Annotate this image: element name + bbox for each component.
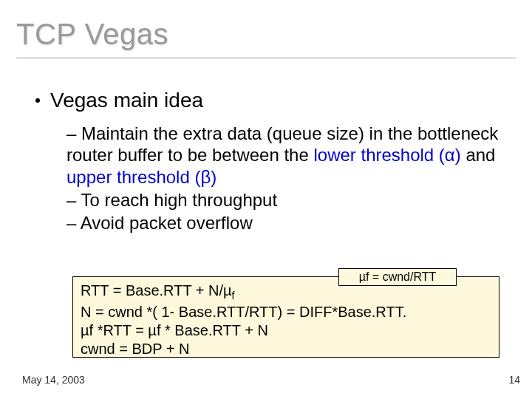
sub-bullets: – Maintain the extra data (queue size) i… [66,123,502,235]
lower-threshold-label: lower threshold (α) [313,145,460,165]
formula-line-4: cwnd = BDP + N [81,340,491,358]
footer-date: May 14, 2003 [22,374,85,386]
slide: TCP Vegas Vegas main idea – Maintain the… [0,0,532,399]
formula-line-3: µf *RTT = µf * Base.RTT + N [81,321,491,340]
main-bullet: Vegas main idea [35,89,203,112]
title-underline [16,58,516,58]
sub-bullet-1: – Maintain the extra data (queue size) i… [66,123,502,188]
main-bullet-text: Vegas main idea [50,89,203,112]
page-number: 14 [508,374,520,386]
formula-l1-sub: f [232,290,235,301]
sub-bullet-3: – Avoid packet overflow [66,212,502,233]
sub1-mid: and [461,145,496,165]
sub-bullet-2: – To reach high throughput [66,189,502,211]
bullet-dot-icon [35,98,40,103]
callout-box: µf = cwnd/RTT [338,268,457,286]
formula-box: RTT = Base.RTT + N/µf N = cwnd *( 1- Bas… [72,276,499,358]
formula-line-2: N = cwnd *( 1- Base.RTT/RTT) = DIFF*Base… [81,303,491,321]
formula-l1a: RTT = Base.RTT + N/µ [81,282,232,299]
upper-threshold-label: upper threshold (β) [66,167,216,187]
slide-title: TCP Vegas [16,18,168,51]
